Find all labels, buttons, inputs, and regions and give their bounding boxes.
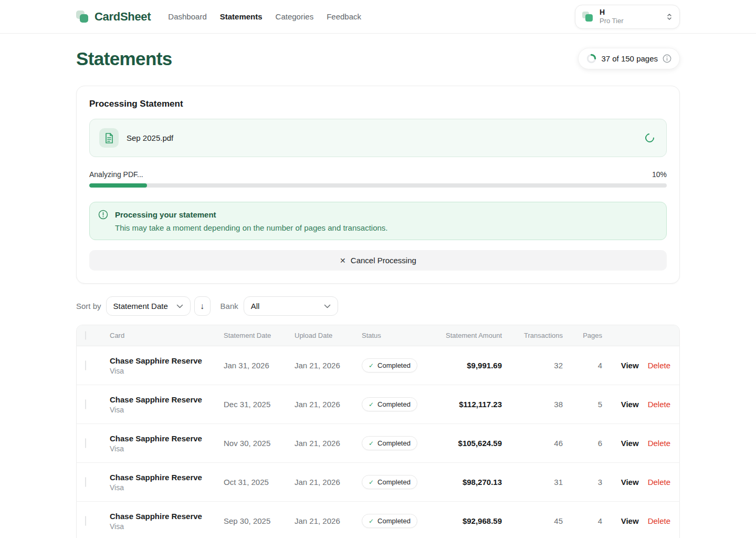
table-header-row: Card Statement Date Upload Date Status S… [77,325,679,346]
row-checkbox[interactable] [85,360,86,370]
nav-feedback[interactable]: Feedback [327,12,361,21]
nav-categories[interactable]: Categories [276,12,314,21]
bank-select-value: All [251,302,260,311]
row-checkbox[interactable] [85,516,86,526]
sort-direction-button[interactable]: ↓ [194,296,211,316]
select-all-checkbox[interactable] [85,331,86,340]
pages-usage-donut [586,54,596,64]
col-header-statement-amount: Statement Amount [435,332,502,339]
status-badge: ✓ Completed [362,358,417,373]
top-bar: CardSheet DashboardStatementsCategoriesF… [0,0,756,34]
status-badge: ✓ Completed [362,475,417,489]
table-row: Chase Sapphire Reserve Visa Dec 31, 2025… [77,385,679,424]
user-avatar-icon [582,11,594,23]
statement-date: Sep 30, 2025 [224,516,295,525]
upload-date: Jan 21, 2026 [295,478,362,487]
pages-count: 4 [563,516,602,525]
main-content: Statements 37 of 150 pages Processing St… [76,48,680,538]
file-icon-wrap [99,128,119,148]
brand-name: CardSheet [94,10,151,24]
cancel-label: Cancel Processing [351,256,416,265]
col-header-transactions: Transactions [502,332,563,339]
brand-logo[interactable]: CardSheet [76,10,151,24]
delete-button[interactable]: Delete [648,439,670,448]
transactions-count: 46 [502,439,563,448]
progress-percent: 10% [652,170,667,179]
pages-count: 4 [563,361,602,370]
check-icon: ✓ [369,518,374,525]
delete-button[interactable]: Delete [648,478,670,487]
sort-select[interactable]: Statement Date [106,296,191,316]
upload-date: Jan 21, 2026 [295,516,362,525]
user-tier: Pro Tier [600,17,624,25]
delete-button[interactable]: Delete [648,516,670,525]
chevron-down-icon [324,304,331,308]
col-header-pages: Pages [563,332,602,339]
col-header-statement-date: Statement Date [224,332,295,339]
status-badge: ✓ Completed [362,397,417,411]
table-row: Chase Sapphire Reserve Visa Jan 31, 2026… [77,346,679,385]
check-icon: ✓ [369,479,374,486]
cardsheet-logo-icon [76,10,90,24]
delete-button[interactable]: Delete [648,400,670,409]
delete-button[interactable]: Delete [648,361,670,370]
statements-table: Card Statement Date Upload Date Status S… [76,325,680,538]
alert-title: Processing your statement [115,210,658,219]
row-checkbox[interactable] [85,477,86,487]
statement-date: Dec 31, 2025 [224,400,295,409]
processing-file: Sep 2025.pdf [89,119,667,157]
info-icon[interactable] [663,54,671,63]
row-checkbox[interactable] [85,438,86,448]
transactions-count: 38 [502,400,563,409]
card-name: Chase Sapphire Reserve [110,356,224,365]
table-row: Chase Sapphire Reserve Visa Oct 31, 2025… [77,463,679,502]
card-network: Visa [110,406,224,414]
progress-bar [89,183,667,188]
card-network: Visa [110,444,224,453]
page-title: Statements [76,48,172,69]
user-menu[interactable]: H Pro Tier [575,5,680,29]
statement-amount: $98,270.13 [435,478,502,487]
check-icon: ✓ [369,401,374,408]
arrow-down-icon: ↓ [200,302,204,311]
statement-amount: $92,968.59 [435,516,502,525]
card-network: Visa [110,367,224,375]
processing-alert: Processing your statement This may take … [89,202,667,240]
status-badge: ✓ Completed [362,436,417,450]
filter-bar: Sort by Statement Date ↓ Bank All [76,296,680,316]
processing-card: Processing Statement Sep 2025.pdf Analyz… [76,86,680,284]
view-button[interactable]: View [621,439,639,448]
nav-statements[interactable]: Statements [220,12,262,21]
processing-heading: Processing Statement [89,99,667,109]
view-button[interactable]: View [621,478,639,487]
col-header-status: Status [362,332,435,339]
status-label: Completed [377,400,411,408]
alert-icon [98,210,115,220]
view-button[interactable]: View [621,400,639,409]
statement-amount: $9,991.69 [435,361,502,370]
check-icon: ✓ [369,440,374,447]
bank-select[interactable]: All [244,296,338,316]
pages-usage-label: 37 of 150 pages [601,54,658,63]
user-name: H [600,8,624,17]
cancel-processing-button[interactable]: ✕ Cancel Processing [89,250,667,271]
statement-amount: $105,624.59 [435,439,502,448]
alert-message: This may take a moment depending on the … [115,223,658,232]
bank-label: Bank [220,302,238,311]
nav-dashboard[interactable]: Dashboard [168,12,206,21]
table-row: Chase Sapphire Reserve Visa Nov 30, 2025… [77,424,679,463]
transactions-count: 45 [502,516,563,525]
close-icon: ✕ [340,256,346,265]
status-label: Completed [377,361,411,369]
col-header-card: Card [110,332,224,339]
progress-status-text: Analyzing PDF... [89,170,143,179]
transactions-count: 32 [502,361,563,370]
view-button[interactable]: View [621,361,639,370]
row-checkbox[interactable] [85,399,86,409]
view-button[interactable]: View [621,516,639,525]
statement-date: Jan 31, 2026 [224,361,295,370]
pages-usage-badge: 37 of 150 pages [578,48,680,69]
statement-date: Nov 30, 2025 [224,439,295,448]
chevron-down-icon [176,304,183,308]
card-network: Visa [110,483,224,492]
